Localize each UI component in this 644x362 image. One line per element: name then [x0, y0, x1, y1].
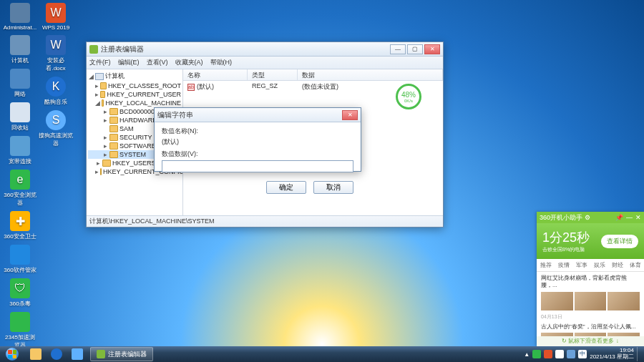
regedit-title: 注册表编辑器 — [101, 44, 144, 54]
desktop-icon[interactable]: ✚360安全卫士 — [3, 211, 37, 240]
news-tabs: 推荐 疫情 军事 娱乐 财经 体育 — [537, 259, 644, 272]
panel-min-icon[interactable]: — — [626, 214, 633, 221]
tab-item[interactable]: 财经 — [608, 259, 626, 271]
tray-icon[interactable] — [532, 350, 541, 358]
desktop-icon[interactable]: e360安全浏览器 — [3, 170, 37, 207]
desktop-icon[interactable]: 网络 — [3, 69, 37, 98]
desktop-icon[interactable]: 回收站 — [3, 102, 37, 132]
desktop-icon[interactable]: 360软件管家 — [3, 245, 37, 274]
dialog-close-button[interactable]: ✕ — [342, 110, 358, 120]
taskbar-task-regedit[interactable]: 注册表编辑器 — [90, 347, 153, 361]
boot-assistant-panel: 360开机小助手 ⚙ 📌—✕ 1分25秒 击败全国8%的电脑 查看详情 推荐 疫… — [537, 212, 644, 346]
news-thumb[interactable] — [541, 292, 573, 310]
panel-footer[interactable]: ↻ 鼠标下滑查看更多 ↓ — [537, 336, 644, 346]
regedit-menubar: 文件(F) 编辑(E) 查看(V) 收藏夹(A) 帮助(H) — [87, 57, 443, 69]
pinned-explorer[interactable] — [26, 347, 46, 361]
view-detail-button[interactable]: 查看详情 — [601, 235, 638, 248]
tab-item[interactable]: 体育 — [626, 259, 644, 271]
panel-pin-icon[interactable]: 📌 — [615, 214, 623, 221]
tab-item[interactable]: 推荐 — [537, 259, 555, 271]
menu-edit[interactable]: 编辑(E) — [118, 58, 140, 67]
desktop-icons-col2: WWPS 2019 W安装必看.docx K酷狗音乐 S搜狗高速浏览器 — [39, 3, 73, 152]
panel-close-icon[interactable]: ✕ — [635, 214, 641, 221]
col-type[interactable]: 类型 — [248, 69, 298, 80]
value-data-input[interactable] — [162, 160, 353, 172]
show-desktop-button[interactable] — [637, 347, 641, 361]
tray-volume-icon[interactable] — [555, 350, 564, 358]
tray-network-icon[interactable] — [567, 350, 575, 358]
desktop-icon[interactable]: WWPS 2019 — [39, 3, 73, 31]
desktop-icons-col1: Administrat... 计算机 网络 回收站 宽带连接 e360安全浏览器… — [3, 3, 37, 353]
pinned-app[interactable] — [67, 347, 87, 361]
news-title[interactable]: 古人房中的"春凳"，沿用至今让人佩... — [541, 323, 640, 331]
panel-header[interactable]: 360开机小助手 ⚙ 📌—✕ — [537, 212, 644, 223]
cancel-button[interactable]: 取消 — [313, 181, 353, 194]
desktop-icon[interactable]: 计算机 — [3, 35, 37, 64]
system-tray: ▲ 中 19:04 2021/4/13 星期二 — [524, 347, 644, 361]
menu-help[interactable]: 帮助(H) — [210, 58, 233, 67]
pinned-app[interactable] — [47, 347, 67, 361]
value-data-label: 数值数据(V): — [162, 150, 353, 159]
speed-badge: 48% 0K/s — [396, 84, 421, 109]
tray-expand-icon[interactable]: ▲ — [524, 351, 530, 358]
dialog-titlebar[interactable]: 编辑字符串 ✕ — [155, 108, 361, 122]
menu-view[interactable]: 查看(V) — [147, 58, 168, 67]
desktop-icon[interactable]: 🛡360杀毒 — [3, 278, 37, 308]
value-name-value: (默认) — [162, 137, 353, 147]
news-thumb[interactable] — [608, 292, 640, 310]
desktop-icon[interactable]: 2345加速浏览器 — [3, 312, 37, 349]
close-button[interactable]: ✕ — [424, 44, 440, 54]
boot-time-section: 1分25秒 击败全国8%的电脑 查看详情 — [537, 223, 644, 259]
tab-item[interactable]: 军事 — [572, 259, 590, 271]
desktop-icon[interactable]: W安装必看.docx — [39, 35, 73, 72]
desktop-icon[interactable]: S搜狗高速浏览器 — [39, 110, 73, 147]
regedit-statusbar: 计算机\HKEY_LOCAL_MACHINE\SYSTEM — [87, 215, 443, 227]
regedit-titlebar[interactable]: 注册表编辑器 — ▢ ✕ — [87, 42, 443, 57]
desktop-icon[interactable]: 宽带连接 — [3, 136, 37, 165]
maximize-button[interactable]: ▢ — [407, 44, 423, 54]
value-name-label: 数值名称(N): — [162, 127, 353, 136]
ok-button[interactable]: 确定 — [266, 181, 306, 194]
tab-item[interactable]: 疫情 — [555, 259, 572, 271]
taskbar: 注册表编辑器 ▲ 中 19:04 2021/4/13 星期二 — [0, 346, 644, 362]
boot-time: 1分25秒 — [542, 229, 590, 246]
regedit-icon — [97, 350, 105, 358]
tab-item[interactable]: 娱乐 — [590, 259, 608, 271]
news-thumb[interactable] — [575, 292, 607, 310]
start-button[interactable] — [0, 346, 24, 362]
menu-file[interactable]: 文件(F) — [89, 58, 111, 67]
taskbar-clock[interactable]: 19:04 2021/4/13 星期二 — [590, 348, 634, 361]
dialog-title: 编辑字符串 — [157, 110, 193, 120]
menu-favorites[interactable]: 收藏夹(A) — [175, 58, 203, 67]
desktop-icon[interactable]: K酷狗音乐 — [39, 77, 73, 106]
tray-ime-icon[interactable]: 中 — [578, 350, 587, 358]
minimize-button[interactable]: — — [390, 44, 406, 54]
edit-string-dialog: 编辑字符串 ✕ 数值名称(N): (默认) 数值数据(V): 确定 取消 — [154, 107, 361, 172]
news-title[interactable]: 网红艾比身材崩塌，背影看虎背熊腰，... — [541, 275, 640, 290]
col-data[interactable]: 数据 — [298, 69, 443, 80]
regedit-icon — [89, 45, 98, 54]
col-name[interactable]: 名称 — [183, 69, 248, 80]
desktop-icon[interactable]: Administrat... — [3, 3, 37, 31]
tray-icon[interactable] — [544, 350, 552, 358]
